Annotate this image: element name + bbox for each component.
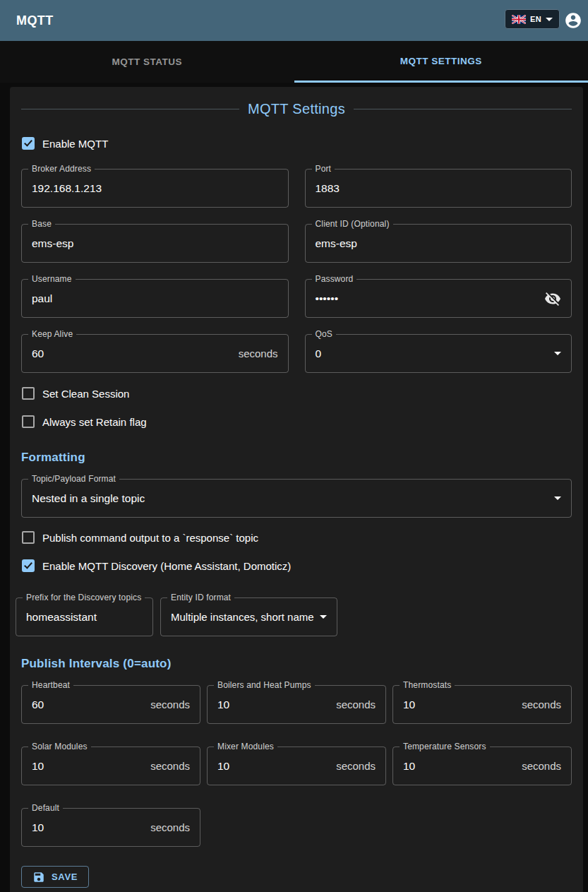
boilers-unit: seconds — [336, 698, 376, 710]
heartbeat-value: 60 — [32, 698, 44, 711]
settings-panel: MQTT Settings Enable MQTT Broker Address… — [10, 87, 583, 892]
thermostats-unit: seconds — [522, 698, 561, 710]
discovery-fields: Prefix for the Discovery topics homeassi… — [16, 597, 572, 636]
formatting-heading: Formatting — [21, 451, 572, 465]
mqtt-discovery-row: Enable MQTT Discovery (Home Assistant, D… — [21, 559, 572, 572]
language-code: EN — [530, 15, 541, 23]
broker-address-field[interactable]: Broker Address 192.168.1.213 — [21, 169, 289, 208]
divider-line — [21, 109, 239, 109]
keep-alive-unit: seconds — [239, 347, 278, 359]
discovery-prefix-label: Prefix for the Discovery topics — [23, 593, 145, 602]
password-field[interactable]: Password •••••• — [305, 279, 572, 318]
topic-format-value: Nested in a single topic — [32, 492, 145, 505]
boilers-value: 10 — [217, 698, 229, 711]
mixer-interval-field[interactable]: Mixer Modules 10 seconds — [207, 747, 386, 785]
tab-mqtt-status[interactable]: MQTT STATUS — [0, 41, 294, 83]
thermostats-label: Thermostats — [400, 680, 455, 690]
solar-unit: seconds — [150, 760, 190, 772]
tab-mqtt-settings[interactable]: MQTT SETTINGS — [294, 41, 588, 83]
default-unit: seconds — [150, 821, 190, 833]
default-label: Default — [28, 803, 63, 813]
qos-value: 0 — [316, 347, 322, 360]
publish-intervals-heading: Publish Intervals (0=auto) — [21, 657, 572, 671]
username-value: paul — [32, 292, 52, 305]
default-value: 10 — [32, 821, 44, 834]
base-label: Base — [28, 219, 55, 229]
save-button[interactable]: SAVE — [21, 866, 89, 888]
temperature-label: Temperature Sensors — [400, 742, 490, 751]
interval-fields: Heartbeat 60 seconds Boilers and Heat Pu… — [21, 685, 572, 847]
mixer-value: 10 — [217, 760, 229, 773]
solar-interval-field[interactable]: Solar Modules 10 seconds — [21, 747, 200, 785]
temperature-value: 10 — [403, 760, 415, 773]
chevron-down-icon — [546, 18, 553, 21]
discovery-prefix-value: homeassistant — [26, 611, 97, 624]
app-header: MQTT EN — [0, 0, 588, 41]
broker-address-value: 192.168.1.213 — [32, 182, 102, 195]
broker-address-label: Broker Address — [28, 164, 95, 174]
entity-id-format-label: Entity ID format — [167, 593, 234, 602]
retain-flag-row: Always set Retain flag — [21, 415, 572, 428]
retain-flag-checkbox[interactable] — [22, 415, 35, 428]
password-value: •••••• — [316, 292, 339, 305]
clean-session-label: Set Clean Session — [42, 388, 129, 400]
topic-format-select[interactable]: Topic/Payload Format Nested in a single … — [21, 479, 572, 518]
client-id-value: ems-esp — [316, 237, 357, 250]
mixer-unit: seconds — [336, 760, 376, 772]
clean-session-checkbox[interactable] — [22, 387, 35, 400]
solar-value: 10 — [32, 760, 44, 773]
connection-fields: Broker Address 192.168.1.213 Port 1883 B… — [21, 169, 572, 373]
app-title: MQTT — [16, 13, 54, 28]
divider-line — [354, 109, 572, 109]
enable-mqtt-label: Enable MQTT — [42, 138, 108, 150]
client-id-field[interactable]: Client ID (Optional) ems-esp — [305, 224, 572, 263]
default-interval-field[interactable]: Default 10 seconds — [21, 808, 200, 847]
mqtt-discovery-checkbox[interactable] — [22, 559, 35, 572]
port-field[interactable]: Port 1883 — [305, 169, 572, 208]
base-value: ems-esp — [32, 237, 73, 250]
page-title: MQTT Settings — [248, 101, 345, 117]
thermostats-interval-field[interactable]: Thermostats 10 seconds — [392, 685, 572, 724]
page-title-divider: MQTT Settings — [21, 101, 572, 117]
response-topic-label: Publish command output to a `response` t… — [42, 532, 258, 544]
account-avatar-icon[interactable] — [564, 11, 582, 30]
response-topic-row: Publish command output to a `response` t… — [21, 531, 572, 544]
qos-label: QoS — [312, 329, 336, 339]
username-label: Username — [28, 274, 76, 284]
port-label: Port — [312, 164, 335, 174]
thermostats-value: 10 — [403, 698, 415, 711]
client-id-label: Client ID (Optional) — [312, 219, 393, 229]
topic-format-label: Topic/Payload Format — [28, 474, 119, 484]
boilers-label: Boilers and Heat Pumps — [214, 680, 315, 690]
keep-alive-field[interactable]: Keep Alive 60 seconds — [21, 334, 289, 373]
dropdown-arrow-icon — [554, 352, 561, 355]
enable-mqtt-checkbox[interactable] — [22, 137, 35, 150]
clean-session-row: Set Clean Session — [21, 387, 572, 400]
port-value: 1883 — [316, 182, 340, 195]
enable-mqtt-row: Enable MQTT — [21, 137, 572, 150]
entity-id-format-select[interactable]: Entity ID format Multiple instances, sho… — [160, 597, 337, 636]
response-topic-checkbox[interactable] — [22, 531, 35, 544]
discovery-prefix-field[interactable]: Prefix for the Discovery topics homeassi… — [16, 597, 153, 636]
heartbeat-interval-field[interactable]: Heartbeat 60 seconds — [21, 685, 200, 724]
mixer-label: Mixer Modules — [214, 742, 277, 751]
base-field[interactable]: Base ems-esp — [21, 224, 289, 263]
username-field[interactable]: Username paul — [21, 279, 289, 318]
heartbeat-label: Heartbeat — [28, 680, 73, 690]
entity-id-format-value: Multiple instances, short name — [171, 611, 314, 623]
qos-select[interactable]: QoS 0 — [305, 334, 572, 373]
boilers-interval-field[interactable]: Boilers and Heat Pumps 10 seconds — [207, 685, 386, 724]
dropdown-arrow-icon — [554, 496, 561, 500]
temperature-interval-field[interactable]: Temperature Sensors 10 seconds — [392, 747, 572, 785]
visibility-off-icon[interactable] — [544, 290, 561, 307]
uk-flag-icon — [512, 15, 526, 24]
tab-bar: MQTT STATUS MQTT SETTINGS — [0, 41, 588, 83]
temperature-unit: seconds — [522, 760, 561, 772]
keep-alive-value: 60 — [32, 347, 44, 360]
dropdown-arrow-icon — [320, 615, 327, 619]
password-label: Password — [312, 274, 357, 284]
keep-alive-label: Keep Alive — [28, 329, 76, 339]
save-button-label: SAVE — [52, 872, 78, 882]
language-selector[interactable]: EN — [505, 9, 560, 29]
retain-flag-label: Always set Retain flag — [42, 416, 147, 428]
